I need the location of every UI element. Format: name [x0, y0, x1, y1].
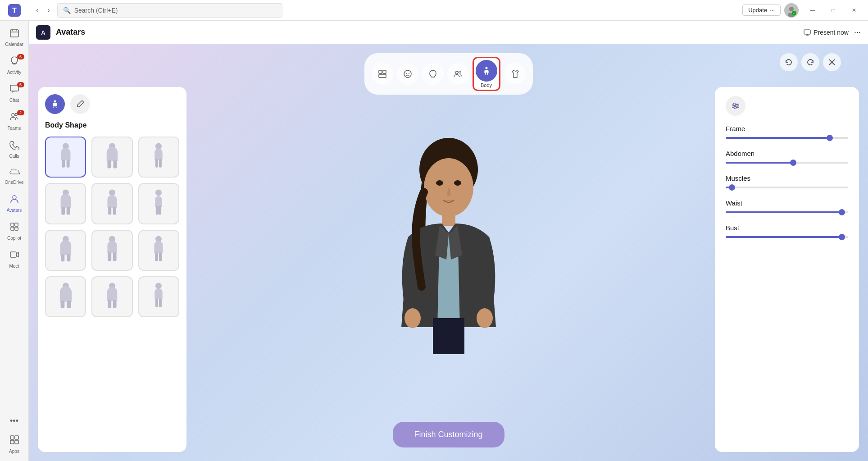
svg-rect-65	[67, 255, 70, 262]
svg-point-86	[404, 308, 421, 328]
abdomen-slider-thumb[interactable]	[790, 160, 796, 166]
bust-slider-track[interactable]	[726, 236, 848, 238]
sidebar-item-label: Calendar	[5, 42, 23, 47]
window-controls: — □ ✕	[802, 3, 864, 18]
sidebar-item-copilot[interactable]: Copilot	[2, 218, 27, 244]
back-button[interactable]: ‹	[32, 4, 42, 17]
svg-point-36	[459, 71, 461, 73]
svg-rect-22	[15, 436, 18, 439]
body-shape-item[interactable]	[138, 276, 179, 317]
svg-point-92	[733, 103, 736, 105]
body-shape-item[interactable]	[45, 183, 86, 224]
body-shape-item[interactable]	[45, 276, 86, 317]
sidebar-item-more[interactable]: •••	[2, 413, 27, 429]
more-options-button[interactable]: ···	[854, 27, 861, 37]
sidebar-item-activity[interactable]: 6 Activity	[2, 52, 27, 78]
filter-button[interactable]	[726, 96, 745, 116]
update-button[interactable]: Update ···	[742, 5, 781, 16]
svg-rect-21	[10, 436, 14, 439]
sidebar-item-teams[interactable]: 2 Teams	[2, 108, 27, 134]
svg-point-35	[455, 71, 458, 74]
sidebar-item-label: Apps	[9, 449, 19, 454]
body-shape-item[interactable]	[91, 183, 132, 224]
bust-slider-thumb[interactable]	[839, 234, 845, 240]
search-bar[interactable]: 🔍 Search (Ctrl+E)	[57, 3, 282, 18]
avatar-workspace: Body	[29, 44, 868, 461]
edit-panel-tab[interactable]	[70, 94, 90, 114]
abdomen-slider-track[interactable]	[726, 162, 848, 164]
user-avatar[interactable]: ✓	[784, 3, 799, 18]
template-button[interactable]	[372, 63, 393, 85]
sidebar-item-calls[interactable]: Calls	[2, 136, 27, 162]
minimize-button[interactable]: —	[802, 3, 823, 18]
bust-label: Bust	[726, 224, 848, 232]
search-placeholder: Search (Ctrl+E)	[74, 7, 118, 14]
svg-line-43	[54, 106, 54, 108]
calls-icon	[9, 140, 19, 152]
muscles-slider-thumb[interactable]	[729, 184, 735, 191]
forward-button[interactable]: ›	[44, 4, 53, 17]
frame-slider-fill	[726, 137, 830, 139]
body-shape-item[interactable]	[138, 137, 179, 178]
svg-rect-70	[155, 253, 158, 261]
waist-slider-fill	[726, 211, 842, 213]
svg-rect-19	[15, 227, 18, 230]
svg-point-15	[13, 196, 16, 199]
edit-toolbar	[780, 53, 841, 71]
sidebar-item-chat[interactable]: 5 Chat	[2, 80, 27, 106]
body-button[interactable]	[476, 60, 497, 82]
svg-rect-77	[113, 300, 117, 308]
close-avatar-edit-button[interactable]	[823, 53, 841, 71]
body-shape-item[interactable]	[138, 230, 179, 271]
maximize-button[interactable]: □	[823, 3, 844, 18]
body-shape-item[interactable]	[91, 276, 132, 317]
finish-customizing-button[interactable]: Finish Customizing	[392, 422, 504, 447]
chat-badge: 5	[17, 82, 24, 87]
svg-rect-79	[155, 298, 158, 307]
sidebar: Calendar 6 Activity 5 Chat 2	[0, 21, 29, 461]
svg-rect-76	[108, 300, 111, 308]
close-window-button[interactable]: ✕	[844, 3, 864, 18]
svg-rect-46	[62, 160, 65, 167]
sidebar-item-meet[interactable]: Meet	[2, 246, 27, 272]
waist-slider-track[interactable]	[726, 211, 848, 213]
head-button[interactable]	[422, 63, 444, 85]
frame-slider-thumb[interactable]	[827, 135, 833, 141]
body-button-wrap: Body	[473, 57, 500, 91]
body-shape-item[interactable]	[91, 137, 132, 178]
body-shape-item[interactable]	[45, 230, 86, 271]
sidebar-item-calendar[interactable]: Calendar	[2, 24, 27, 50]
frame-slider-track[interactable]	[726, 137, 848, 139]
search-icon: 🔍	[63, 7, 71, 14]
present-now-button[interactable]: Present now	[804, 29, 849, 36]
outfit-button[interactable]	[504, 63, 526, 85]
svg-rect-74	[67, 301, 71, 308]
sidebar-item-apps[interactable]: Apps	[2, 431, 27, 457]
body-shape-item[interactable]	[45, 137, 86, 178]
svg-text:T: T	[12, 7, 17, 14]
present-now-label: Present now	[813, 29, 849, 36]
waist-slider-thumb[interactable]	[839, 209, 845, 215]
svg-rect-30	[383, 70, 386, 73]
frame-label: Frame	[726, 125, 848, 132]
muscles-slider-track[interactable]	[726, 187, 848, 188]
redo-button[interactable]	[801, 53, 819, 71]
meet-icon	[9, 250, 19, 262]
sidebar-item-onedrive[interactable]: OneDrive	[2, 164, 27, 188]
face-button[interactable]	[397, 63, 418, 85]
calendar-icon	[9, 28, 19, 40]
app-header: A Avatars Present now ···	[29, 21, 868, 44]
svg-rect-59	[113, 207, 116, 215]
sidebar-item-label: Copilot	[7, 236, 21, 241]
finish-customizing-label: Finish Customizing	[414, 430, 482, 439]
waist-label: Waist	[726, 199, 848, 207]
shape-tab[interactable]	[45, 94, 65, 114]
undo-button[interactable]	[780, 53, 798, 71]
svg-rect-53	[159, 159, 162, 167]
body-shape-item[interactable]	[138, 183, 179, 224]
body-shape-item[interactable]	[91, 230, 132, 271]
body-shape-title: Body Shape	[45, 121, 179, 129]
app-header-icon: A	[36, 25, 50, 40]
sidebar-item-avatars[interactable]: Avatars	[2, 190, 27, 216]
style-button[interactable]	[447, 63, 469, 85]
